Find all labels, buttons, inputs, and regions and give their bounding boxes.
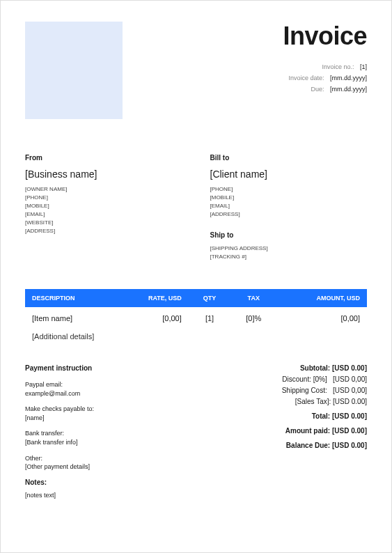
salestax-label: [Sales Tax]:: [295, 398, 331, 405]
shipto-tracking: [TRACKING #]: [210, 253, 368, 261]
other-details: [Other payment details]: [25, 462, 186, 472]
shipto-heading: Ship to: [210, 231, 368, 239]
due-value: [mm.dd.yyyy]: [330, 86, 367, 93]
discount-label: Discount:: [282, 375, 311, 383]
from-mobile: [MOBILE]: [25, 202, 182, 210]
paid-label: Amount paid:: [285, 427, 330, 435]
paypal-label: Paypal email:: [25, 380, 186, 389]
invoice-date-label: Invoice date:: [288, 75, 324, 81]
bank-info: [Bank transfer info]: [25, 438, 186, 447]
shipto-address: [SHIPPING ADDRESS]: [210, 244, 368, 253]
item-qty: [1]: [189, 307, 231, 325]
from-email: [EMAIL]: [25, 210, 182, 219]
checks-block: Make checks payable to: [name]: [25, 405, 186, 422]
invoice-date-value: [mm.dd.yyyy]: [330, 75, 367, 81]
from-owner: [OWNER NAME]: [25, 185, 182, 194]
col-tax: TAX: [230, 289, 276, 307]
discount-pct: [0%]: [313, 375, 327, 383]
notes-text: [notes text]: [25, 492, 186, 499]
paypal-block: Paypal email: example@mail.com: [25, 380, 186, 398]
item-rate: [0,00]: [114, 307, 189, 325]
from-phone: [PHONE]: [25, 194, 182, 202]
table-row: [Item name] [0,00] [1] [0]% [0,00]: [25, 307, 367, 325]
payment-column: Payment instruction Paypal email: exampl…: [25, 364, 186, 499]
discount-line: Discount: [0%] [USD 0,00]: [207, 375, 368, 383]
total-label: Total:: [312, 412, 330, 420]
due-label: Due:: [311, 86, 324, 93]
total-line: Total: [USD 0.00]: [207, 412, 368, 420]
billto-heading: Bill to: [210, 154, 368, 162]
shipping-line: Shipping Cost: [USD 0,00]: [207, 387, 368, 394]
invoice-due-line: Due: [mm.dd.yyyy]: [283, 86, 367, 93]
invoice-no-label: Invoice no.:: [322, 63, 354, 70]
other-label: Other:: [25, 454, 186, 463]
billto-client-name: [Client name]: [210, 169, 368, 180]
col-amount: AMOUNT, USD: [276, 289, 367, 307]
bank-block: Bank transfer: [Bank transfer info]: [25, 429, 186, 446]
header-right: Invoice Invoice no.: [1] Invoice date: […: [283, 22, 367, 97]
col-qty: QTY: [189, 289, 231, 307]
invoice-no-value: [1]: [360, 63, 367, 70]
item-amount: [0,00]: [276, 307, 367, 325]
billto-mobile: [MOBILE]: [210, 194, 368, 202]
subtotal-label: Subtotal:: [300, 364, 330, 372]
paid-value: [USD 0.00]: [332, 427, 367, 435]
shipping-value: [USD 0,00]: [333, 387, 367, 394]
from-address: [ADDRESS]: [25, 227, 182, 235]
billto-block: Bill to [Client name] [PHONE] [MOBILE] […: [210, 154, 368, 261]
subtotal-value: [USD 0.00]: [332, 364, 367, 372]
checks-label: Make checks payable to:: [25, 405, 186, 414]
table-header-row: DESCRIPTION RATE, USD QTY TAX AMOUNT, US…: [25, 289, 367, 307]
salestax-line: [Sales Tax]: [USD 0.00]: [207, 398, 368, 405]
invoice-date-line: Invoice date: [mm.dd.yyyy]: [283, 75, 367, 81]
paypal-email: example@mail.com: [25, 389, 186, 398]
balance-label: Balance Due:: [286, 442, 330, 449]
col-rate: RATE, USD: [114, 289, 189, 307]
subtotal-line: Subtotal: [USD 0.00]: [207, 364, 368, 372]
item-details: [Additional details]: [25, 325, 367, 343]
notes-block: Notes: [notes text]: [25, 478, 186, 499]
payment-heading: Payment instruction: [25, 364, 186, 372]
totals-column: Subtotal: [USD 0.00] Discount: [0%] [USD…: [207, 364, 368, 499]
parties-section: From [Business name] [OWNER NAME] [PHONE…: [25, 154, 367, 261]
bank-label: Bank transfer:: [25, 429, 186, 438]
from-business-name: [Business name]: [25, 169, 182, 180]
balance-line: Balance Due: [USD 0.00]: [207, 442, 368, 449]
billto-address: [ADDRESS]: [210, 210, 368, 219]
total-value: [USD 0.00]: [332, 412, 367, 420]
other-block: Other: [Other payment details]: [25, 454, 186, 472]
items-table: DESCRIPTION RATE, USD QTY TAX AMOUNT, US…: [25, 289, 367, 343]
shipping-label: Shipping Cost:: [282, 387, 327, 394]
logo-placeholder: [25, 22, 123, 119]
header-row: Invoice Invoice no.: [1] Invoice date: […: [25, 22, 367, 119]
billto-email: [EMAIL]: [210, 202, 368, 210]
billto-phone: [PHONE]: [210, 185, 368, 194]
paid-line: Amount paid: [USD 0.00]: [207, 427, 368, 435]
from-heading: From: [25, 154, 182, 162]
discount-value: [USD 0,00]: [333, 375, 367, 383]
bottom-section: Payment instruction Paypal email: exampl…: [25, 364, 367, 499]
notes-heading: Notes:: [25, 478, 186, 486]
balance-value: [USD 0.00]: [332, 442, 367, 449]
from-block: From [Business name] [OWNER NAME] [PHONE…: [25, 154, 182, 261]
table-row-details: [Additional details]: [25, 325, 367, 343]
checks-name: [name]: [25, 414, 186, 423]
item-tax: [0]%: [230, 307, 276, 325]
shipto-block: Ship to [SHIPPING ADDRESS] [TRACKING #]: [210, 231, 368, 261]
invoice-title: Invoice: [283, 22, 367, 51]
invoice-number-line: Invoice no.: [1]: [283, 63, 367, 70]
item-name: [Item name]: [25, 307, 114, 325]
salestax-value: [USD 0.00]: [333, 398, 367, 405]
col-description: DESCRIPTION: [25, 289, 114, 307]
from-website: [WEBSITE]: [25, 219, 182, 227]
